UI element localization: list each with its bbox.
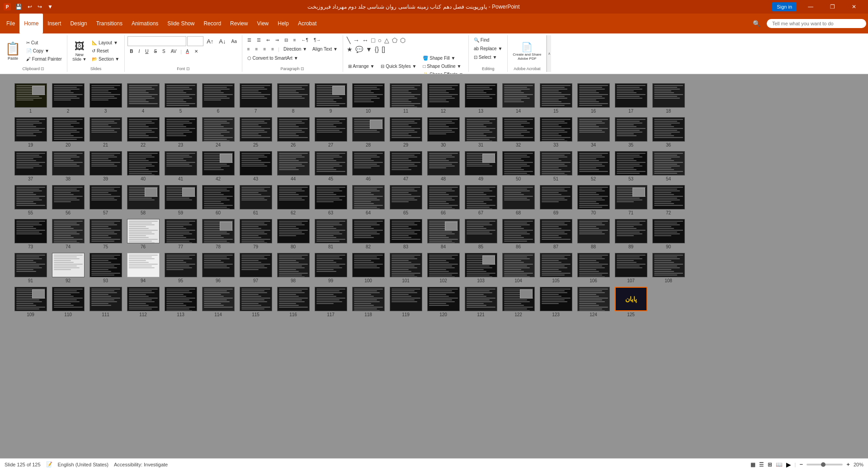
slide-item[interactable]: 71 [614, 185, 648, 215]
new-slide-button[interactable]: 🖼 New Slide ▼ [70, 38, 89, 65]
slide-item[interactable]: 84 [426, 219, 460, 249]
slide-item[interactable]: 20 [51, 117, 85, 147]
slide-item[interactable]: 67 [464, 185, 498, 215]
slide-item[interactable]: 53 [614, 151, 648, 181]
font-expand[interactable]: ⊡ [186, 66, 190, 71]
slide-item[interactable]: 10 [351, 83, 385, 114]
slide-item[interactable]: 85 [464, 219, 498, 249]
menu-slideshow[interactable]: Slide Show [163, 14, 199, 33]
language[interactable]: English (United States) [58, 462, 109, 467]
slide-item[interactable]: 45 [314, 151, 348, 181]
slide-item[interactable]: 116 [276, 287, 310, 317]
slide-item[interactable]: 97 [239, 253, 273, 283]
paste-button[interactable]: 📋 Paste [3, 38, 23, 65]
slide-item[interactable]: 72 [651, 185, 685, 215]
slide-item[interactable]: 99 [314, 253, 348, 283]
slide-item[interactable]: 73 [14, 219, 47, 249]
slide-item[interactable]: 32 [501, 117, 535, 147]
slide-item[interactable]: 80 [276, 219, 310, 249]
slide-item[interactable]: 22 [126, 117, 160, 147]
slide-item[interactable]: 124 [576, 287, 610, 317]
replace-button[interactable]: ab Replace ▼ [472, 45, 505, 52]
slide-item[interactable]: 114 [201, 287, 235, 317]
slide-item[interactable]: 54 [651, 151, 685, 181]
ribbon-collapse-button[interactable]: ∧ [547, 35, 551, 72]
slide-item[interactable]: 13 [464, 83, 498, 114]
menu-review[interactable]: Review [226, 14, 252, 33]
slide-item[interactable]: 46 [351, 151, 385, 181]
slide-item[interactable]: 30 [426, 117, 460, 147]
slide-item[interactable]: 68 [501, 185, 535, 215]
menu-help[interactable]: Help [273, 14, 293, 33]
slide-item[interactable]: 64 [351, 185, 385, 215]
slide-item[interactable]: 101 [389, 253, 423, 283]
reset-button[interactable]: ↺ Reset [90, 47, 122, 55]
slide-item[interactable]: 61 [239, 185, 273, 215]
select-button[interactable]: ⊡ Select ▼ [472, 53, 499, 61]
slide-item[interactable]: 51 [539, 151, 573, 181]
slide-item[interactable]: 122 [501, 287, 535, 317]
slide-item[interactable]: 103 [464, 253, 498, 283]
find-button[interactable]: 🔍 Find [472, 36, 491, 44]
clear-format-button[interactable]: ✕ [192, 47, 200, 55]
normal-view-button[interactable]: ▦ [750, 461, 755, 468]
notes-button[interactable]: 📝 [46, 461, 52, 467]
slide-item[interactable]: 87 [539, 219, 573, 249]
slide-item[interactable]: 60 [201, 185, 235, 215]
shape-fill-button[interactable]: 🪣 Shape Fill ▼ [420, 54, 466, 62]
slide-item[interactable]: 63 [314, 185, 348, 215]
customize-quick-access-button[interactable]: ▼ [46, 3, 55, 11]
slide-item[interactable]: 29 [389, 117, 423, 147]
slide-item[interactable]: 36 [651, 117, 685, 147]
ltr-button[interactable]: ¶→ [311, 36, 323, 44]
char-spacing-button[interactable]: AV [169, 47, 179, 55]
section-button[interactable]: 📂 Section ▼ [90, 55, 122, 63]
slide-item[interactable]: 21 [89, 117, 123, 147]
hexagon-shape[interactable]: ⬡ [399, 36, 406, 44]
menu-home[interactable]: Home [19, 14, 43, 33]
decrease-font-button[interactable]: A↓ [217, 37, 228, 46]
slide-item[interactable]: 8 [276, 83, 310, 114]
slide-item[interactable]: 37 [14, 151, 47, 181]
menu-insert[interactable]: Insert [43, 14, 66, 33]
create-pdf-button[interactable]: 📄 Create and Share Adobe PDF [510, 38, 543, 65]
slide-item[interactable]: 42 [201, 151, 235, 181]
slide-item[interactable]: 100 [351, 253, 385, 283]
slide-item[interactable]: 39 [89, 151, 123, 181]
numbered-button[interactable]: ☰ [255, 36, 263, 44]
italic-button[interactable]: I [136, 47, 142, 55]
slide-item[interactable]: 23 [164, 117, 198, 147]
line-spacing-button[interactable]: ≡ [291, 36, 298, 44]
cols-button[interactable]: ⊟ [282, 36, 290, 44]
slide-item[interactable]: 104 [501, 253, 535, 283]
slide-item[interactable]: 93 [89, 253, 123, 283]
line-shape[interactable]: ╲ [346, 36, 351, 44]
sign-in-button[interactable]: Sign in [772, 2, 797, 11]
slide-item[interactable]: 41 [164, 151, 198, 181]
convert-to-button[interactable]: ⬡ Convert to SmartArt ▼ [245, 54, 301, 62]
slide-item[interactable]: 106 [576, 253, 610, 283]
slide-item[interactable]: 56 [51, 185, 85, 215]
slide-item[interactable]: 76 [126, 219, 160, 249]
slide-item[interactable]: 120 [426, 287, 460, 317]
slide-item[interactable]: 25 [239, 117, 273, 147]
slide-item[interactable]: 91 [14, 253, 47, 283]
direction-button[interactable]: Direction ▼ [281, 45, 309, 53]
slide-item[interactable]: 19 [14, 117, 47, 147]
zoom-out-button[interactable]: − [799, 461, 803, 468]
callout-shape[interactable]: 💬 [354, 45, 364, 53]
slide-item[interactable]: 34 [576, 117, 610, 147]
layout-button[interactable]: 📐 Layout ▼ [90, 39, 122, 47]
slide-item[interactable]: 9 [314, 83, 348, 114]
slide-item[interactable]: 69 [539, 185, 573, 215]
menu-file[interactable]: File [2, 14, 19, 33]
slide-item[interactable]: 62 [276, 185, 310, 215]
indent-less-button[interactable]: ⇐ [264, 36, 272, 44]
quick-styles-button[interactable]: ⊟ Quick Styles ▼ [378, 62, 419, 70]
slide-item[interactable]: 109 [14, 287, 47, 317]
slide-item[interactable]: 77 [164, 219, 198, 249]
menu-view[interactable]: View [252, 14, 273, 33]
slide-item[interactable]: 26 [276, 117, 310, 147]
slide-item[interactable]: 18 [651, 83, 685, 114]
slide-item[interactable]: 66 [426, 185, 460, 215]
